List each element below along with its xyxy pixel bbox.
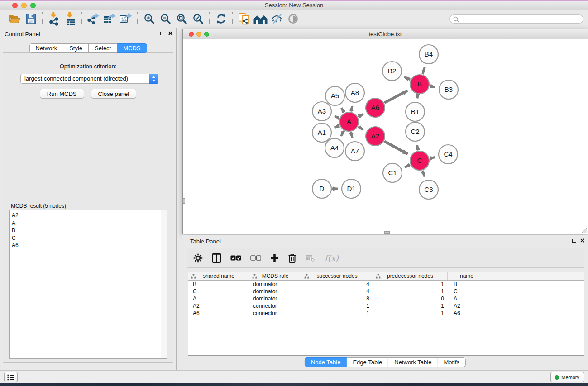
edge-C-C4[interactable] xyxy=(430,157,435,159)
edge-A-A1[interactable] xyxy=(335,126,339,128)
node-A2[interactable]: A2 xyxy=(366,127,385,146)
node-A3[interactable]: A3 xyxy=(312,102,331,121)
save-session-button[interactable] xyxy=(23,11,39,27)
float-table-panel-icon[interactable] xyxy=(572,239,576,243)
edge-B-B2[interactable] xyxy=(404,77,410,80)
node-B[interactable]: B xyxy=(410,75,429,94)
zoom-fit-button[interactable] xyxy=(173,11,190,27)
zoom-in-button[interactable] xyxy=(141,11,157,27)
delete-column-button[interactable] xyxy=(288,253,296,263)
node-C1[interactable]: C1 xyxy=(383,163,402,182)
session-overview-button[interactable] xyxy=(236,11,252,27)
show-graphics-details-button[interactable] xyxy=(285,11,301,27)
deselect-all-button[interactable] xyxy=(250,255,261,261)
open-session-button[interactable] xyxy=(6,11,23,27)
float-panel-icon[interactable] xyxy=(160,32,164,35)
close-window-button[interactable] xyxy=(12,3,18,8)
result-list-scrollbar[interactable] xyxy=(161,210,167,358)
tab-node-table[interactable]: Node Table xyxy=(305,357,347,367)
add-column-button[interactable] xyxy=(270,254,279,262)
tab-select[interactable]: Select xyxy=(88,43,117,53)
close-table-panel-icon[interactable] xyxy=(580,238,584,243)
close-panel-button[interactable]: Close panel xyxy=(91,89,137,99)
delete-table-button[interactable] xyxy=(306,254,316,262)
edge-A-A8[interactable] xyxy=(351,106,352,111)
column-header-name[interactable]: name xyxy=(448,272,486,280)
export-image-button[interactable] xyxy=(118,11,134,27)
run-mcds-button[interactable]: Run MCDS xyxy=(40,89,84,99)
tab-mcds[interactable]: MCDS xyxy=(117,43,147,53)
tab-motifs[interactable]: Motifs xyxy=(437,357,466,367)
tab-network[interactable]: Network xyxy=(29,43,63,53)
node-D[interactable]: D xyxy=(312,179,331,198)
node-table[interactable]: shared nameMCDS rolesuccessor nodesprede… xyxy=(188,272,584,356)
mcds-result-item[interactable]: A2 xyxy=(12,212,167,219)
node-C3[interactable]: C3 xyxy=(419,180,438,199)
show-all-networks-button[interactable] xyxy=(252,11,268,27)
edge-A-A2[interactable] xyxy=(358,127,363,129)
edge-A2-C[interactable] xyxy=(384,141,408,154)
edge-A-A4[interactable] xyxy=(341,131,344,136)
table-row[interactable]: Bdominator41B xyxy=(188,281,584,288)
tab-edge-table[interactable]: Edge Table xyxy=(346,357,388,367)
edge-B-B3[interactable] xyxy=(430,86,435,87)
edge-C-C3[interactable] xyxy=(423,171,425,176)
mcds-result-item[interactable]: A xyxy=(12,219,167,227)
zoom-selected-button[interactable] xyxy=(190,11,206,27)
node-A7[interactable]: A7 xyxy=(345,142,364,161)
mcds-result-item[interactable]: C xyxy=(12,234,167,242)
table-row[interactable]: A6connector11A6 xyxy=(188,310,584,317)
search-box[interactable] xyxy=(449,14,583,24)
select-all-button[interactable] xyxy=(230,255,241,261)
node-A6[interactable]: A6 xyxy=(366,98,385,117)
node-A[interactable]: A xyxy=(339,112,359,131)
node-B4[interactable]: B4 xyxy=(419,45,438,64)
tab-network-table[interactable]: Network Table xyxy=(388,357,438,367)
network-close-button[interactable] xyxy=(189,32,194,37)
table-row[interactable]: A2connector11A2 xyxy=(188,302,584,310)
scrollbar-nub-bottom[interactable] xyxy=(384,231,390,234)
zoom-window-button[interactable] xyxy=(30,3,36,8)
node-A4[interactable]: A4 xyxy=(325,138,344,157)
node-B3[interactable]: B3 xyxy=(439,80,458,99)
apply-layout-button[interactable] xyxy=(213,11,229,27)
resize-grip[interactable] xyxy=(581,227,587,233)
network-graph[interactable]: AA1A2A3A4A5A6A7A8BB1B2B3B4CC1C2C3C4DD1 xyxy=(183,39,588,234)
import-network-button[interactable] xyxy=(46,11,62,27)
table-row[interactable]: Cdominator41C xyxy=(188,288,584,295)
search-input[interactable] xyxy=(461,16,579,22)
network-zoom-button[interactable] xyxy=(204,32,209,37)
node-B1[interactable]: B1 xyxy=(406,102,425,121)
tab-style[interactable]: Style xyxy=(63,43,89,53)
node-B2[interactable]: B2 xyxy=(382,62,402,81)
table-row[interactable]: Adominator80A xyxy=(188,295,584,302)
zoom-out-button[interactable] xyxy=(157,11,173,27)
hide-graphics-details-button[interactable] xyxy=(268,11,285,27)
memory-button[interactable]: Memory xyxy=(550,372,584,382)
node-A5[interactable]: A5 xyxy=(325,86,344,105)
edge-A-A3[interactable] xyxy=(335,116,339,118)
scrollbar-nub-left[interactable] xyxy=(183,198,185,204)
task-history-button[interactable] xyxy=(4,372,18,382)
edge-A-A5[interactable] xyxy=(341,108,344,112)
edge-B-B1[interactable] xyxy=(417,95,418,99)
minimize-window-button[interactable] xyxy=(21,3,27,8)
table-settings-button[interactable] xyxy=(193,253,203,263)
optimization-criterion-select[interactable]: largest connected component (directed) xyxy=(20,74,158,84)
mcds-result-item[interactable]: A6 xyxy=(12,242,167,249)
show-columns-button[interactable] xyxy=(212,253,221,263)
column-header-predecessor-nodes[interactable]: predecessor nodes xyxy=(373,272,448,280)
function-builder-button[interactable]: f(x) xyxy=(325,253,339,263)
import-table-button[interactable] xyxy=(62,11,78,27)
column-header-MCDS-role[interactable]: MCDS role xyxy=(249,272,301,280)
node-C4[interactable]: C4 xyxy=(439,145,458,164)
mcds-result-item[interactable]: B xyxy=(12,227,167,234)
edge-A6-B[interactable] xyxy=(384,91,407,103)
node-A1[interactable]: A1 xyxy=(312,123,331,142)
edge-A-A6[interactable] xyxy=(358,114,363,117)
column-header-shared-name[interactable]: shared name xyxy=(188,272,249,280)
export-network-button[interactable] xyxy=(85,11,101,27)
node-D1[interactable]: D1 xyxy=(342,179,361,198)
column-header-successor-nodes[interactable]: successor nodes xyxy=(301,272,373,280)
node-A8[interactable]: A8 xyxy=(345,83,364,102)
